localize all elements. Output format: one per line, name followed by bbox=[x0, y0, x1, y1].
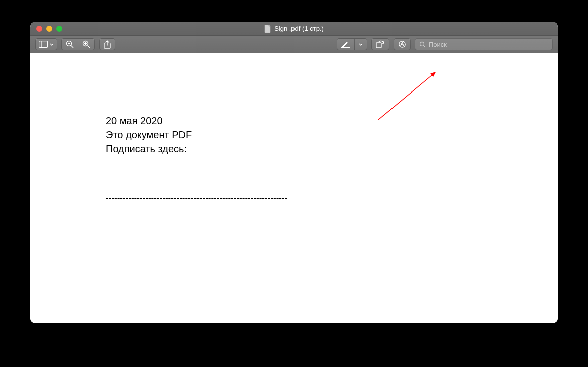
rotate-icon bbox=[376, 40, 385, 48]
highlight-dropdown[interactable] bbox=[355, 39, 367, 50]
zoom-out-button[interactable] bbox=[61, 38, 78, 50]
share-button[interactable] bbox=[99, 38, 115, 50]
svg-rect-10 bbox=[376, 43, 381, 48]
svg-point-12 bbox=[420, 42, 424, 46]
search-icon bbox=[419, 41, 426, 48]
document-line-date: 20 мая 2020 bbox=[106, 114, 482, 128]
document-content: 20 мая 2020 Это документ PDF Подписать з… bbox=[30, 53, 558, 323]
markup-button[interactable] bbox=[394, 38, 411, 50]
document-line-signhere: Подписать здесь: bbox=[106, 142, 482, 156]
svg-line-13 bbox=[424, 45, 426, 47]
zoom-in-icon bbox=[82, 40, 90, 48]
sidebar-toggle-button[interactable] bbox=[35, 38, 57, 50]
search-input[interactable] bbox=[429, 41, 548, 48]
document-separator: ----------------------------------------… bbox=[106, 193, 482, 203]
sidebar-icon bbox=[39, 41, 48, 48]
toolbar bbox=[30, 35, 558, 53]
zoom-out-icon bbox=[66, 40, 74, 48]
preview-window: Sign .pdf (1 стр.) bbox=[30, 22, 558, 323]
svg-rect-9 bbox=[341, 47, 350, 48]
rotate-button[interactable] bbox=[371, 38, 389, 50]
zoom-group bbox=[61, 38, 95, 50]
svg-rect-0 bbox=[39, 41, 48, 48]
share-icon bbox=[104, 40, 111, 49]
document-line-title: Это документ PDF bbox=[106, 128, 482, 142]
highlight-icon bbox=[341, 41, 350, 48]
svg-line-6 bbox=[88, 46, 90, 48]
highlight-dropdown-button[interactable] bbox=[337, 38, 367, 50]
chevron-down-icon bbox=[359, 43, 363, 46]
minimize-window-button[interactable] bbox=[46, 26, 52, 32]
search-field[interactable] bbox=[415, 38, 553, 50]
zoom-in-button[interactable] bbox=[78, 38, 95, 50]
window-controls bbox=[30, 26, 62, 32]
chevron-down-icon bbox=[50, 43, 54, 46]
close-window-button[interactable] bbox=[36, 26, 42, 32]
window-titlebar: Sign .pdf (1 стр.) bbox=[30, 22, 558, 35]
window-title-text: Sign .pdf (1 стр.) bbox=[274, 25, 324, 32]
maximize-window-button[interactable] bbox=[56, 26, 62, 32]
highlight-button[interactable] bbox=[337, 39, 354, 50]
document-icon bbox=[264, 25, 271, 33]
markup-icon bbox=[398, 40, 406, 48]
window-title: Sign .pdf (1 стр.) bbox=[30, 25, 558, 33]
svg-line-3 bbox=[71, 46, 74, 48]
